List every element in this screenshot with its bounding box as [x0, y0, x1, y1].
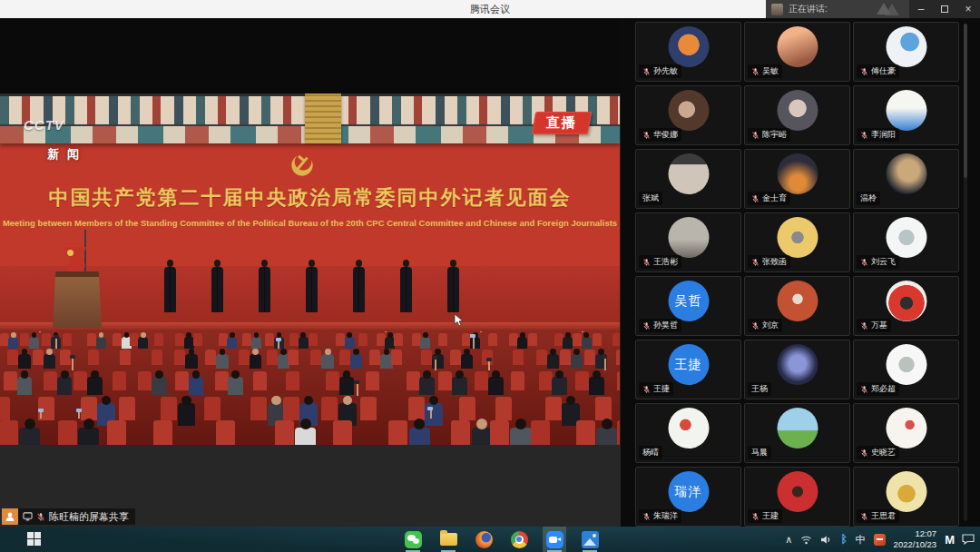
- participant-tile[interactable]: 王捷王捷: [635, 340, 741, 399]
- participant-name: 王建: [762, 510, 779, 522]
- mic-muted-icon: [751, 194, 760, 203]
- participant-tile[interactable]: 华俊娜: [635, 85, 741, 145]
- mic-muted-icon: [642, 131, 651, 140]
- stage-figure: [164, 260, 176, 316]
- participant-tile[interactable]: 马晨: [744, 403, 850, 463]
- mic-muted-icon: [751, 258, 760, 267]
- start-button[interactable]: [27, 532, 41, 546]
- participant-tile[interactable]: 刘云飞: [853, 212, 959, 272]
- participant-tile[interactable]: 张斌: [635, 149, 741, 209]
- broadcast-title: 中国共产党第二十届中央政治局常委同中外记者见面会: [0, 184, 620, 212]
- participant-avatar: [886, 471, 926, 512]
- mic-muted-icon: [642, 258, 651, 267]
- participant-tile[interactable]: 王杨: [744, 340, 850, 399]
- speaker-avatar: [771, 4, 783, 15]
- cctv-news-watermark: 新闻: [47, 146, 87, 163]
- participant-name-chip: 华俊娜: [639, 128, 681, 142]
- participant-name: 孙先敏: [653, 65, 678, 77]
- participant-tile[interactable]: 李润阳: [853, 85, 959, 145]
- mic-muted-icon: [751, 512, 760, 521]
- tray-app-icon[interactable]: [874, 534, 886, 546]
- participant-tile[interactable]: 瑞洋朱瑞洋: [635, 467, 741, 527]
- participant-name-chip: 史晓艺: [857, 446, 899, 459]
- participant-tile[interactable]: 王浩彬: [635, 212, 741, 272]
- bluetooth-icon[interactable]: ᛒ: [840, 533, 847, 546]
- firefox-icon: [475, 531, 493, 548]
- speaking-label: 正在讲话:: [789, 3, 828, 15]
- taskbar-app-chrome[interactable]: [507, 527, 531, 552]
- participant-avatar: [777, 153, 818, 194]
- participant-tile[interactable]: 金士育: [744, 149, 850, 209]
- participant-name: 张斌: [642, 192, 659, 204]
- grid-scrollbar[interactable]: [964, 24, 967, 521]
- participant-avatar: [886, 281, 926, 321]
- participant-name: 李润阳: [871, 129, 896, 141]
- participant-tile[interactable]: 郑必超: [853, 340, 959, 399]
- participant-name-chip: 王建: [748, 509, 782, 523]
- participant-name: 万基: [871, 320, 887, 331]
- party-emblem-icon: [289, 152, 315, 179]
- participant-avatar: [668, 217, 709, 258]
- participant-tile[interactable]: 万基: [853, 276, 959, 336]
- participant-name: 史晓艺: [871, 447, 896, 458]
- participant-name-chip: 王浩彬: [639, 255, 681, 269]
- participant-avatar: [777, 281, 818, 321]
- maximize-button[interactable]: [933, 0, 956, 18]
- network-icon[interactable]: [800, 535, 812, 545]
- mic-muted-icon: [36, 512, 45, 522]
- participant-tile[interactable]: 孙先敏: [635, 22, 741, 82]
- participant-name: 朱瑞洋: [653, 510, 678, 522]
- participant-tile[interactable]: 王思君: [853, 467, 959, 527]
- participant-avatar: 吴哲: [668, 281, 709, 321]
- participant-name-chip: 马晨: [748, 446, 771, 459]
- participant-tile[interactable]: 王建: [744, 467, 850, 527]
- participant-name-chip: 吴敏: [748, 64, 782, 78]
- shared-screen-pane: CCTV 新闻 直播 中国共产党第二十届中央政治局常委同中外记者见面会: [0, 18, 621, 527]
- minimize-button[interactable]: –: [909, 0, 933, 18]
- participant-tile[interactable]: 杨晴: [635, 403, 741, 463]
- participant-avatar: [668, 153, 709, 194]
- mic-muted-icon: [642, 512, 651, 521]
- participant-tile[interactable]: 刘京: [744, 276, 850, 336]
- tray-expand-icon[interactable]: ∧: [785, 534, 792, 546]
- stage-figure: [211, 260, 223, 316]
- participant-name-chip: 王思君: [857, 509, 899, 523]
- participant-tile[interactable]: 吴哲孙昊哲: [635, 276, 741, 336]
- participant-name-chip: 刘云飞: [857, 255, 899, 269]
- participant-tile[interactable]: 张致函: [744, 212, 850, 272]
- participant-name: 孙昊哲: [653, 320, 678, 331]
- participant-avatar: [777, 90, 818, 131]
- speaking-indicator: 正在讲话:: [766, 0, 909, 18]
- taskbar-app-tencent-meeting[interactable]: [543, 527, 566, 552]
- taskbar-app-firefox[interactable]: [472, 527, 495, 552]
- close-button[interactable]: ×: [956, 0, 980, 18]
- participant-tile[interactable]: 傅仕豪: [853, 22, 959, 82]
- notification-icon[interactable]: [962, 534, 975, 545]
- participant-tile[interactable]: 陈宇峪: [744, 85, 850, 145]
- input-method-icon[interactable]: M: [945, 533, 954, 547]
- participant-grid: 孙先敏吴敏傅仕豪华俊娜陈宇峪李润阳张斌金士育温柃王浩彬张致函刘云飞吴哲孙昊哲刘京…: [621, 18, 980, 527]
- windows-taskbar: ∧ ᛒ 中 12:07 2022/10/23 M: [0, 527, 980, 552]
- participant-tile[interactable]: 温柃: [853, 149, 959, 209]
- mic-muted-icon: [860, 321, 868, 330]
- mic-muted-icon: [642, 385, 651, 394]
- clock[interactable]: 12:07 2022/10/23: [894, 528, 937, 550]
- taskbar-app-photos[interactable]: [578, 527, 602, 552]
- taskbar-app-wechat[interactable]: [401, 527, 425, 552]
- ime-indicator[interactable]: 中: [856, 533, 866, 547]
- volume-icon[interactable]: [820, 535, 832, 545]
- participant-tile[interactable]: 史晓艺: [853, 403, 959, 463]
- mic-muted-icon: [860, 67, 868, 76]
- participant-avatar: [886, 26, 926, 67]
- meeting-main-area: CCTV 新闻 直播 中国共产党第二十届中央政治局常委同中外记者见面会: [0, 18, 980, 527]
- screen-icon: [23, 512, 33, 521]
- taskbar-app-file-explorer[interactable]: [436, 527, 460, 552]
- podium: [53, 271, 102, 328]
- participant-name-chip: 万基: [857, 319, 891, 332]
- participant-avatar: [668, 90, 709, 131]
- participant-name-chip: 刘京: [748, 319, 782, 332]
- participant-name-chip: 郑必超: [857, 382, 899, 396]
- clock-date: 2022/10/23: [894, 539, 937, 550]
- system-tray: ∧ ᛒ 中 12:07 2022/10/23 M: [785, 527, 975, 552]
- participant-tile[interactable]: 吴敏: [744, 22, 850, 82]
